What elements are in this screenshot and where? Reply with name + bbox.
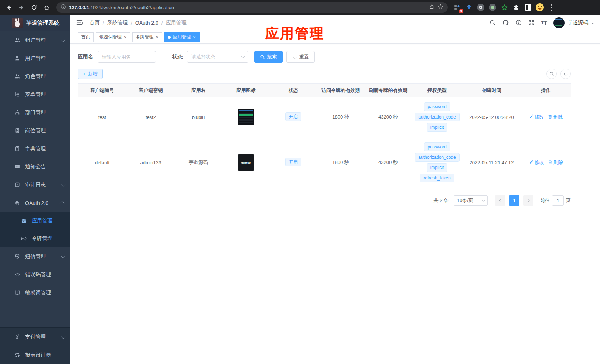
- reset-button[interactable]: 重置: [286, 51, 315, 63]
- help-icon[interactable]: [515, 19, 522, 27]
- user-name: 芋道源码: [567, 20, 588, 26]
- sidebar-item-user[interactable]: 用户管理: [0, 49, 70, 67]
- close-icon[interactable]: ×: [193, 35, 196, 40]
- search-button[interactable]: 搜索: [254, 51, 283, 63]
- sidebar-item-menu[interactable]: 菜单管理: [0, 85, 70, 103]
- sidebar-item-oauth2-token[interactable]: 令牌管理: [0, 230, 70, 247]
- org-tree-icon: [14, 110, 20, 116]
- theme-toggle-icon[interactable]: [523, 3, 533, 12]
- edit-icon: [529, 114, 533, 120]
- header-search-icon[interactable]: [489, 19, 496, 27]
- robot-icon: [14, 200, 20, 206]
- edit-button[interactable]: 修改: [529, 159, 544, 166]
- extensions-puzzle-icon[interactable]: [511, 3, 521, 12]
- extension-record-icon[interactable]: [488, 3, 497, 12]
- sidebar-item-audit[interactable]: 审计日志: [0, 176, 70, 194]
- browser-forward-icon[interactable]: [16, 2, 27, 13]
- browser-reload-icon[interactable]: [29, 2, 39, 13]
- top-navbar: 首页/系统管理/OAuth 2.0/应用管理 TT: [70, 15, 600, 31]
- refresh-table-icon[interactable]: [560, 69, 571, 79]
- breadcrumb-item[interactable]: 首页: [89, 20, 100, 26]
- browser-menu-icon[interactable]: [547, 3, 556, 12]
- message-icon: [14, 164, 20, 170]
- browser-back-icon[interactable]: [4, 2, 14, 13]
- bookmark-star-icon[interactable]: [437, 4, 443, 11]
- url-bar[interactable]: 127.0.0.1:1024/system/oauth2/oauth2/appl…: [56, 2, 448, 13]
- sidebar-item-sensitive[interactable]: 敏感词管理: [0, 284, 70, 302]
- grant-type-tag: refresh_token: [420, 174, 454, 182]
- edit-button[interactable]: 修改: [529, 114, 544, 120]
- breadcrumb-item[interactable]: OAuth 2.0: [135, 20, 158, 26]
- sidebar-item-label: 错误码管理: [25, 271, 64, 278]
- tab-敏感词管理[interactable]: 敏感词管理×: [96, 32, 130, 42]
- close-icon[interactable]: ×: [124, 35, 127, 40]
- extension-gem-icon[interactable]: [464, 3, 474, 12]
- add-button[interactable]: + 新增: [78, 69, 103, 79]
- dictionary-icon: [14, 146, 20, 152]
- chevron-down-icon: [61, 37, 66, 42]
- fullscreen-icon[interactable]: [528, 19, 535, 27]
- cell-grant-types: passwordauthorization_codeimplicit: [412, 97, 462, 137]
- sidebar-item-role[interactable]: 角色管理: [0, 67, 70, 85]
- status-tag[interactable]: 开启: [285, 158, 301, 166]
- sidebar-item-dept[interactable]: 部门管理: [0, 103, 70, 121]
- goto-page-input[interactable]: [552, 195, 564, 206]
- sidebar-item-sms[interactable]: 短信管理: [0, 247, 70, 265]
- sidebar-item-pay[interactable]: 支付管理: [0, 328, 70, 346]
- cell-app-name: biubiu: [175, 97, 222, 137]
- sidebar-logo[interactable]: 芋道管理系统: [0, 15, 70, 31]
- status-tag[interactable]: 开启: [285, 112, 301, 121]
- sidebar-item-post[interactable]: 岗位管理: [0, 121, 70, 140]
- breadcrumb-item[interactable]: 系统管理: [107, 20, 128, 26]
- sidebar-collapse-icon[interactable]: [75, 19, 83, 27]
- status-select[interactable]: 请选择状态: [187, 51, 248, 63]
- sidebar-item-oauth2[interactable]: OAuth 2.0: [0, 194, 70, 212]
- tab-应用管理[interactable]: 应用管理×: [164, 32, 200, 42]
- sidebar-item-report[interactable]: 报表设计器: [0, 346, 70, 364]
- sidebar-item-errcode[interactable]: 错误码管理: [0, 265, 70, 284]
- breadcrumb-separator: /: [161, 20, 163, 26]
- sidebar-item-label: 角色管理: [25, 73, 64, 80]
- tab-首页[interactable]: 首页: [78, 32, 94, 42]
- app-name-input[interactable]: [98, 51, 156, 63]
- sidebar-item-tenant[interactable]: 租户管理: [0, 31, 70, 49]
- chevron-down-icon: [591, 23, 594, 24]
- user-menu[interactable]: 芋道源码: [553, 17, 594, 28]
- sidebar-item-label: OAuth 2.0: [25, 200, 61, 206]
- plus-icon: +: [83, 71, 86, 77]
- tab-令牌管理[interactable]: 令牌管理×: [132, 32, 163, 42]
- prev-page-button[interactable]: [495, 195, 505, 206]
- extension-blocks-icon[interactable]: 9: [452, 3, 462, 12]
- page-size-select[interactable]: 10条/页: [454, 195, 488, 206]
- extension-command-icon[interactable]: [476, 3, 485, 12]
- font-size-icon[interactable]: TT: [541, 19, 548, 27]
- site-info-icon[interactable]: [61, 4, 66, 11]
- tags-view: 首页敏感词管理×令牌管理×应用管理×: [70, 31, 600, 44]
- chevron-down-icon: [61, 334, 66, 339]
- sidebar-item-dict[interactable]: 字典管理: [0, 140, 70, 158]
- cell-actions: 修改删除: [521, 137, 571, 188]
- sidebar-item-label: 审计日志: [25, 182, 61, 188]
- grant-type-tags: passwordauthorization_codeimplicit: [413, 102, 461, 132]
- sidebar-item-oauth2-application[interactable]: 应用管理: [0, 212, 70, 230]
- cell-access-validity: 1800 秒: [317, 137, 364, 188]
- goto-suffix: 页: [566, 197, 571, 204]
- goto-prefix: 前往: [540, 197, 550, 204]
- toggle-search-icon[interactable]: [546, 69, 557, 79]
- sidebar-item-notice[interactable]: 通知公告: [0, 158, 70, 176]
- delete-button[interactable]: 删除: [548, 114, 563, 120]
- close-icon[interactable]: ×: [156, 35, 159, 40]
- breadcrumb-separator: /: [131, 20, 132, 26]
- logo-rabbit-image: [12, 18, 23, 28]
- extension-star-icon[interactable]: [500, 3, 509, 12]
- delete-button[interactable]: 删除: [548, 159, 563, 166]
- share-icon[interactable]: [429, 4, 434, 11]
- github-icon[interactable]: [502, 19, 509, 27]
- browser-home-icon[interactable]: [41, 2, 52, 13]
- pagination: 共 2 条 10条/页 1 前往 页: [78, 195, 571, 206]
- action-label: 删除: [553, 114, 563, 120]
- browser-profile-avatar[interactable]: [535, 3, 545, 12]
- next-page-button[interactable]: [523, 195, 533, 206]
- page-number-1[interactable]: 1: [509, 195, 519, 206]
- chevron-down-icon: [481, 198, 485, 202]
